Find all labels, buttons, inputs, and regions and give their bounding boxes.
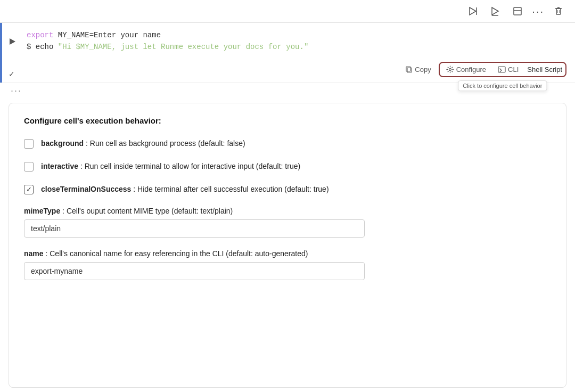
code-content: export MY_NAME=Enter your name $ echo "H… (0, 23, 575, 60)
mime-type-description: : Cell's ouput content MIME type (defaul… (62, 207, 233, 215)
name-input[interactable] (24, 262, 365, 280)
name-key: name (24, 249, 44, 258)
name-description: : Cell's canonical name for easy referen… (45, 249, 308, 258)
option-text-close-terminal: closeTerminalOnSuccess : Hide terminal a… (41, 184, 329, 195)
option-text-interactive: interactive : Run cell inside terminal t… (41, 161, 300, 172)
checkbox-close-terminal[interactable]: ✓ (24, 185, 34, 194)
configure-button[interactable]: Configure (443, 64, 489, 75)
cli-button[interactable]: CLI (495, 64, 522, 75)
svg-marker-2 (492, 7, 498, 15)
name-label: name : Cell's canonical name for easy re… (24, 249, 551, 258)
copy-button[interactable]: Copy (402, 64, 434, 75)
option-desc-close-terminal: : Hide terminal after cell successful ex… (133, 185, 328, 193)
svg-point-14 (449, 68, 451, 70)
main-container: ··· export MY_NAME=Enter your name (0, 0, 575, 392)
option-text-background: background : Run cell as background proc… (41, 138, 245, 149)
svg-rect-15 (498, 67, 505, 72)
checkbox-interactive[interactable] (24, 162, 34, 172)
svg-rect-6 (556, 9, 561, 14)
svg-rect-13 (406, 67, 410, 71)
code-line-2: $ echo "Hi $MY_NAME, just let Runme exec… (27, 41, 566, 53)
run-below-button[interactable] (487, 4, 503, 18)
panel-title: Configure cell's execution behavior: (24, 116, 551, 125)
option-key-background: background (41, 139, 84, 148)
option-key-close-terminal: closeTerminalOnSuccess (41, 185, 131, 193)
mime-type-key: mimeType (24, 207, 60, 215)
configure-group: Configure CLI Shell Script Click to conf… (439, 62, 566, 77)
option-desc-interactive: : Run cell inside terminal to allow for … (80, 162, 300, 170)
run-forward-button[interactable] (465, 4, 481, 18)
configure-panel: Configure cell's execution behavior: bac… (9, 103, 566, 388)
keyword-export: export (27, 31, 53, 39)
svg-rect-12 (407, 68, 412, 72)
more-options-button[interactable]: ··· (532, 5, 544, 18)
name-section: name : Cell's canonical name for easy re… (24, 249, 551, 280)
code-line-1: export MY_NAME=Enter your name (27, 29, 566, 41)
svg-marker-11 (10, 38, 15, 45)
cli-label: CLI (508, 66, 519, 74)
delete-button[interactable] (551, 4, 566, 18)
run-cell-button[interactable] (9, 38, 16, 47)
svg-marker-0 (470, 7, 476, 15)
checkmark-icon: ✓ (26, 185, 32, 193)
copy-label: Copy (415, 66, 431, 74)
svg-rect-4 (514, 7, 521, 15)
shell-script-label: Shell Script (527, 66, 562, 74)
configure-label: Configure (456, 66, 486, 74)
mime-type-input[interactable] (24, 219, 365, 238)
top-toolbar: ··· (0, 0, 575, 23)
option-desc-background: : Run cell as background process (defaul… (86, 139, 245, 148)
code-cell: export MY_NAME=Enter your name $ echo "H… (0, 23, 575, 83)
collapse-button[interactable] (510, 4, 525, 18)
mime-type-label: mimeType : Cell's ouput content MIME typ… (24, 207, 551, 215)
configure-tooltip: Click to configure cell behavior (458, 80, 547, 91)
mime-type-section: mimeType : Cell's ouput content MIME typ… (24, 207, 551, 238)
check-icon: ✓ (9, 70, 15, 78)
option-key-interactive: interactive (41, 162, 78, 170)
option-row-interactive: interactive : Run cell inside terminal t… (24, 161, 551, 172)
option-row-close-terminal: ✓ closeTerminalOnSuccess : Hide terminal… (24, 184, 551, 195)
code-string-value: "Hi $MY_NAME, just let Runme execute you… (58, 43, 308, 51)
checkbox-background[interactable] (24, 139, 34, 149)
code-prompt: $ echo (27, 43, 58, 51)
option-row-background: background : Run cell as background proc… (24, 138, 551, 149)
code-assignment: MY_NAME=Enter your name (58, 31, 161, 39)
